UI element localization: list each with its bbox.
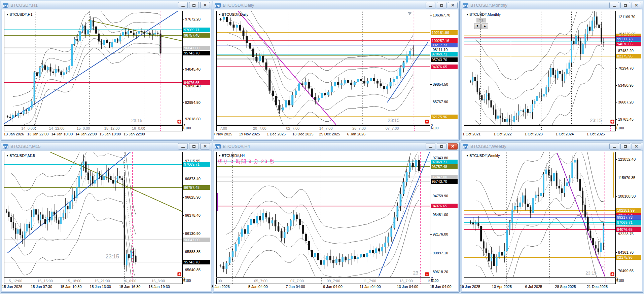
minimize-button[interactable] — [609, 143, 619, 150]
date-axis-label: 6 Jul 2025 — [525, 285, 542, 289]
chart-plot-m15[interactable]: 23:15 — [4, 152, 183, 278]
minimize-button[interactable] — [178, 2, 188, 8]
price-tick-label: 96378.40 — [185, 213, 201, 217]
maximize-button[interactable] — [437, 143, 446, 150]
period-subwindow[interactable]: 7:0020_7:0002_7:0014_7:0026_7:0007_7:00 — [216, 125, 430, 131]
maximize-button[interactable] — [620, 143, 630, 150]
chart-icon-svg — [463, 3, 468, 8]
price-axis[interactable]: 97672.2094845.4093890.4092954.5092018.60… — [183, 11, 211, 125]
chart-plot-h1[interactable]: 23:15 — [4, 11, 183, 125]
close-button[interactable]: ✕ — [448, 2, 458, 8]
chart-plot-weekly[interactable]: 23:15 — [464, 152, 616, 278]
tick-mark — [430, 215, 432, 215]
chart-plot-h4[interactable]: 23 — [216, 152, 430, 278]
close-button[interactable]: ✕ — [200, 2, 210, 8]
window-titlebar[interactable]: BTCUSD#,H4✕ — [213, 142, 459, 151]
date-axis-label: 7 Jan 04:00 — [286, 285, 305, 289]
date-axis[interactable]: 7 Nov 202519 Nov 20251 Dec 202513 Dec 20… — [216, 132, 458, 137]
close-button[interactable]: ✕ — [448, 143, 458, 150]
minimize-button[interactable] — [426, 143, 435, 150]
one-click-trading-button[interactable] — [425, 120, 429, 124]
price-tick-label: 85767.90 — [433, 100, 448, 104]
window-titlebar[interactable]: BTCUSD#,Weekly✕ — [461, 142, 643, 151]
close-button[interactable]: ✕ — [200, 143, 210, 150]
price-axis[interactable]: 106367.7098111.1089854.5085767.90102181.… — [430, 11, 458, 125]
one-click-trading-button[interactable] — [425, 272, 429, 276]
chart-symbol-label[interactable]: ▼ BTCUSD#,Monthly — [466, 12, 501, 16]
tick-mark — [183, 215, 184, 216]
close-button[interactable]: ✕ — [632, 2, 641, 8]
chart-symbol-label[interactable]: ▼ BTCUSD#,Weekly — [466, 154, 500, 158]
period-subwindow[interactable] — [464, 278, 616, 284]
chart-symbol-label[interactable]: ▼ BTCUSD#,H4 — [218, 154, 245, 158]
period-label: 13_7:00 — [399, 279, 413, 283]
price-badge-olive: 96757.48 — [183, 185, 210, 190]
date-axis[interactable]: 13 Jan 202613 Jan 22:0014 Jan 10:0014 Ja… — [4, 132, 211, 137]
window-titlebar[interactable]: BTCUSD#,Monthly✕ — [461, 1, 643, 9]
window-titlebar[interactable]: BTCUSD#,H1✕ — [1, 1, 212, 9]
date-axis[interactable]: 3 Jan 20265 Jan 04:007 Jan 04:009 Jan 04… — [216, 285, 458, 290]
one-click-trading-button[interactable] — [610, 272, 614, 276]
one-click-trading-button[interactable] — [177, 120, 181, 124]
date-axis-label: 9 Jan 04:00 — [323, 285, 343, 289]
date-axis-label: 1 Dec 2025 — [267, 132, 286, 136]
date-axis-label: 1 Oct 2025 — [587, 132, 605, 136]
chart-symbol-label[interactable]: ▼ BTCUSD#,H1 — [6, 12, 33, 16]
period-subwindow[interactable]: 5_12:0015_15:0015_18:0015_21:0016_0:0016… — [4, 278, 183, 284]
y1-up-button[interactable]: ▲ — [481, 24, 488, 29]
tick-mark — [183, 86, 184, 86]
price-badge-cyan: 97069.71 — [183, 162, 210, 167]
window-controls: ✕ — [178, 143, 210, 150]
price-axis[interactable]: 121169.70104235.0587482.2070294.7053450.… — [616, 11, 642, 125]
one-click-trading-button[interactable] — [610, 120, 614, 124]
price-badge-blue: 99217.73 — [431, 43, 458, 47]
one-click-trading-button[interactable] — [177, 272, 181, 276]
price-tick: 94759.90 — [430, 194, 448, 198]
price-axis[interactable]: 97343.8094759.9093481.0092176.0090897.10… — [430, 152, 458, 277]
minimize-button[interactable] — [609, 2, 619, 8]
subwindow-scale-values: 26100 — [431, 277, 438, 282]
period-label: 07_7:00 — [290, 279, 304, 283]
period-label: 7:00 — [220, 126, 227, 130]
chart-icon — [463, 144, 468, 149]
chart-plot-daily[interactable]: 23:15 — [216, 11, 430, 125]
minimize-button[interactable] — [178, 143, 188, 150]
close-button[interactable]: ✕ — [632, 143, 641, 150]
chart-symbol-label[interactable]: ▼ BTCUSD#,Daily — [218, 12, 248, 16]
chart-icon-svg — [215, 3, 221, 8]
tick-mark — [616, 102, 617, 102]
tick-mark — [430, 234, 432, 235]
date-axis[interactable]: 15 Jan 202615 Jan 07:3015 Jan 10:3015 Ja… — [4, 285, 211, 290]
date-axis-label: 15 Jan 07:30 — [31, 285, 52, 289]
maximize-button[interactable] — [189, 2, 199, 8]
price-tick: 70294.70 — [616, 66, 634, 70]
price-badge-gold: 102181.99 — [616, 208, 641, 213]
period-subwindow[interactable] — [464, 125, 616, 131]
date-axis[interactable]: 1 Oct 20211 Oct 20221 Oct 20231 Oct 2024… — [464, 132, 642, 137]
chart-icon — [3, 144, 8, 149]
price-tick: 96873.40 — [183, 177, 201, 181]
maximize-button[interactable] — [189, 143, 199, 150]
price-badge-red: 100257.16 — [431, 38, 458, 43]
minimize-icon — [181, 147, 185, 148]
chevron-down-icon: ▼ — [6, 13, 9, 16]
period-label: 00 — [218, 279, 222, 283]
price-axis[interactable]: 123832.40115970.35108108.3092223.7584361… — [616, 152, 642, 277]
date-axis[interactable]: 19 Jan 202513 Apr 20256 Jul 202528 Sep 2… — [464, 285, 642, 290]
price-axis[interactable]: 97115.9596873.4096625.9096378.4096130.90… — [183, 152, 211, 277]
price-tick: 76499.65 — [616, 269, 634, 273]
subwindow-scale-value: 6100 — [183, 127, 191, 129]
price-tick-label: 90897.10 — [433, 251, 448, 255]
period-subwindow[interactable]: 0005_7:0007_7:0009_7:0011_7:0013_7:0015_… — [216, 278, 430, 284]
chart-symbol-label[interactable]: ▼ BTCUSD#,M15 — [6, 154, 35, 158]
y1-down-button[interactable]: ▼ — [474, 24, 481, 29]
maximize-button[interactable] — [437, 2, 446, 8]
maximize-button[interactable] — [620, 2, 630, 8]
period-subwindow[interactable]: 14_0:0014_12:0015_0:0015_12:0016_0:00 — [4, 125, 183, 131]
window-titlebar[interactable]: BTCUSD#,Daily✕ — [213, 1, 459, 9]
period-label: 15_12:00 — [104, 126, 120, 130]
minimize-button[interactable] — [426, 2, 435, 8]
tick-mark — [616, 196, 617, 197]
window-titlebar[interactable]: BTCUSD#,M15✕ — [1, 142, 212, 151]
tick-mark — [430, 158, 432, 158]
